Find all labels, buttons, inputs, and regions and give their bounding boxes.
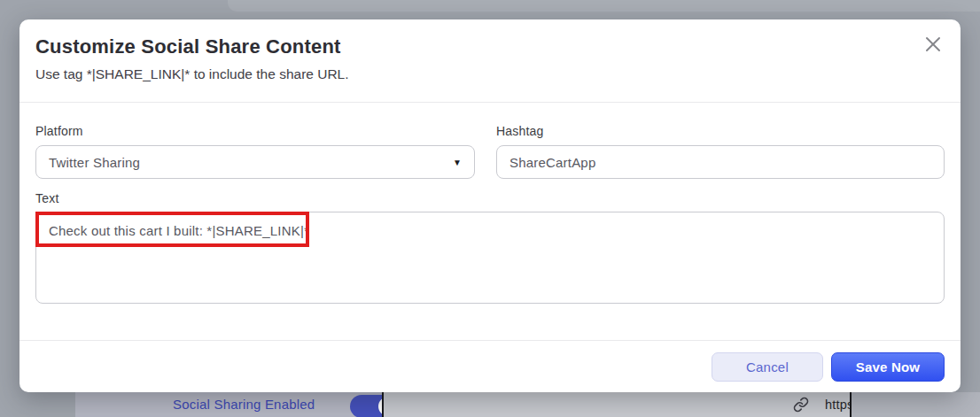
social-sharing-label: Social Sharing Enabled bbox=[173, 392, 315, 417]
background-panel-edge bbox=[228, 0, 980, 12]
strip-right-filler bbox=[852, 392, 980, 417]
dialog-header: Customize Social Share Content Use tag *… bbox=[19, 19, 961, 103]
close-icon bbox=[922, 44, 944, 58]
cancel-button[interactable]: Cancel bbox=[712, 352, 823, 382]
platform-selected-value: Twitter Sharing bbox=[49, 155, 140, 170]
dialog-title: Customize Social Share Content bbox=[35, 35, 943, 58]
share-url-section: https://share-cart-staging-v3.mys Copy L… bbox=[384, 392, 850, 417]
screen: Social Sharing Enabled https://share-car… bbox=[0, 0, 980, 417]
dialog-footer: Cancel Save Now bbox=[19, 340, 961, 392]
chevron-down-icon: ▼ bbox=[453, 158, 462, 167]
text-textarea[interactable]: Check out this cart I built: *|SHARE_LIN… bbox=[35, 212, 945, 304]
text-label: Text bbox=[35, 191, 945, 205]
save-now-button[interactable]: Save Now bbox=[831, 352, 945, 382]
customize-social-share-dialog: Customize Social Share Content Use tag *… bbox=[19, 19, 961, 392]
dialog-subtitle: Use tag *|SHARE_LINK|* to include the sh… bbox=[35, 66, 943, 82]
link-icon bbox=[793, 397, 809, 413]
dialog-body: Platform Twitter Sharing ▼ Hashtag Text … bbox=[19, 124, 961, 307]
platform-label: Platform bbox=[35, 124, 475, 138]
sharing-toggle-section: Social Sharing Enabled bbox=[75, 392, 383, 417]
platform-select[interactable]: Twitter Sharing ▼ bbox=[35, 145, 475, 179]
close-button[interactable] bbox=[922, 34, 945, 57]
page-bottom-strip: Social Sharing Enabled https://share-car… bbox=[0, 392, 980, 417]
hashtag-input[interactable] bbox=[496, 145, 945, 179]
hashtag-label: Hashtag bbox=[496, 124, 945, 138]
